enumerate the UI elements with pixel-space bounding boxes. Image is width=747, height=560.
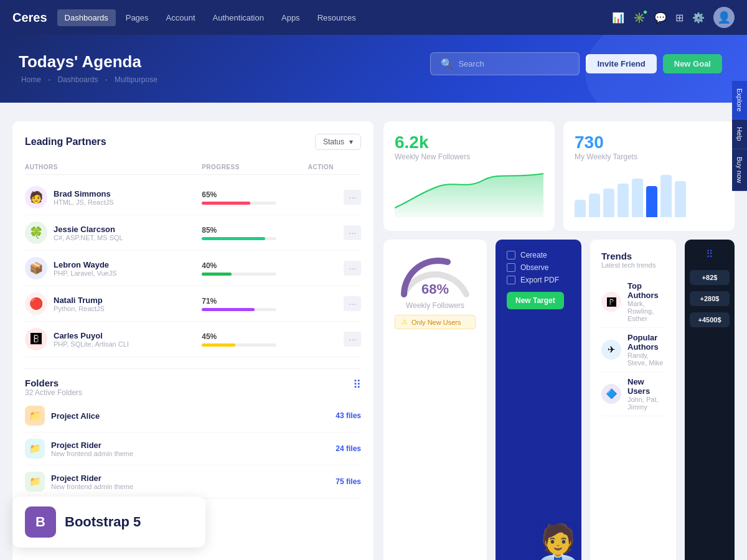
targets-chart [575, 167, 723, 217]
dark-stat: +4500$ [690, 312, 730, 327]
leading-partners-title: Leading Partners [25, 136, 106, 147]
author-name: Lebron Wayde [54, 260, 117, 269]
page-title: Todays' Agenda [19, 52, 728, 72]
list-item: ✈ Popular Authors Randy, Steve, Mike [601, 328, 665, 372]
bar [632, 179, 643, 217]
action-menu-button[interactable]: ··· [344, 261, 361, 276]
folders-menu-icon[interactable]: ⠿ [353, 378, 361, 391]
hero-actions: 🔍 Invite Friend New Goal [430, 52, 722, 75]
main-content: Leading Partners Status ▾ AUTHORS PROGRE… [0, 103, 747, 560]
bottom-row: 68% Weekly Followers ⚠ Only New Users Ce… [383, 240, 735, 560]
trend-sub: Mark, Rowling, Esther [627, 300, 665, 322]
action-menu-button[interactable]: ··· [344, 190, 361, 205]
bar-highlight [646, 186, 657, 217]
col-progress: PROGRESS [202, 164, 308, 170]
action-menu-button[interactable]: ··· [344, 332, 361, 347]
breadcrumb: Home - Dashboards - Multipurpose [19, 75, 728, 84]
bar [618, 184, 629, 217]
trend-name: Popular Authors [627, 333, 665, 352]
list-item: 📁 Project Rider New frontend admin theme… [25, 432, 361, 465]
progress-value: 40% [202, 261, 308, 270]
folder-name: Project Rider [51, 474, 133, 483]
progress-bar [202, 273, 276, 276]
action-menu-button[interactable]: ··· [344, 225, 361, 240]
progress-bar [202, 237, 276, 240]
target-checkbox[interactable] [507, 276, 515, 284]
search-input[interactable] [458, 59, 569, 68]
nav-account[interactable]: Account [159, 9, 203, 26]
nav-authentication[interactable]: Authentication [205, 9, 271, 26]
settings-icon[interactable]: ⚙️ [692, 12, 705, 24]
warning-icon: ⚠ [402, 318, 408, 326]
invite-friend-button[interactable]: Invite Friend [586, 54, 656, 73]
side-tabs: Explore Help Buy now [732, 81, 747, 191]
trends-subtitle: Latest tech trends [601, 261, 665, 269]
dark-stat: +82$ [690, 270, 730, 285]
nav-dashboards[interactable]: Dashboards [57, 9, 116, 26]
leading-partners-header: Leading Partners Status ▾ [25, 134, 361, 150]
trend-name: New Users [627, 377, 665, 396]
folder-icon: 📁 [25, 439, 45, 459]
avatar: 🅱 [25, 328, 47, 350]
list-item: 🔷 New Users John, Pat, Jimmy [601, 372, 665, 416]
followers-number: 6.2k [395, 133, 543, 152]
chat-icon[interactable]: 💬 [654, 12, 667, 24]
target-actions-card: Cereate Observe Export PDF New Target 🧑‍… [496, 240, 581, 560]
bootstrap-letter: B [35, 514, 45, 530]
new-target-button[interactable]: New Target [507, 292, 564, 309]
table-row: 🍀 Jessie Clarcson C#, ASP.NET, MS SQL 85… [25, 215, 361, 251]
author-skills: PHP, SQLite, Artisan CLI [54, 340, 129, 348]
target-label: Export PDF [520, 276, 559, 284]
avatar: 🔴 [25, 292, 47, 315]
avatar: 📦 [25, 257, 47, 279]
chart-icon[interactable]: 📊 [612, 12, 624, 24]
buy-now-tab[interactable]: Buy now [732, 149, 747, 191]
new-goal-button[interactable]: New Goal [663, 54, 722, 73]
nav-resources[interactable]: Resources [310, 9, 364, 26]
avatar[interactable]: 👤 [713, 7, 735, 28]
table-row: 🔴 Natali Trump Python, ReactJS 71% ··· [25, 286, 361, 322]
sparkle-icon[interactable]: ✳️ [633, 12, 646, 24]
nav-apps[interactable]: Apps [274, 9, 308, 26]
followers-label: Weekly New Followers [395, 152, 543, 161]
trends-title: Trends [601, 251, 665, 261]
nav-pages[interactable]: Pages [118, 9, 156, 26]
trend-sub: John, Pat, Jimmy [627, 396, 665, 411]
action-menu-button[interactable]: ··· [344, 296, 361, 311]
chevron-down-icon: ▾ [349, 138, 353, 146]
gauge-value: 68% [421, 281, 449, 297]
search-box[interactable]: 🔍 [430, 52, 580, 75]
progress-value: 71% [202, 297, 308, 306]
panel-menu-icon[interactable]: ⠿ [706, 248, 713, 260]
progress-bar [202, 202, 276, 205]
target-item: Export PDF [507, 276, 570, 284]
explore-tab[interactable]: Explore [732, 81, 747, 119]
author-skills: Python, ReactJS [54, 305, 105, 312]
target-checkbox[interactable] [507, 251, 515, 259]
trend-icon: ✈ [601, 340, 621, 360]
target-figure: 🧑‍💼 [535, 521, 581, 560]
trend-icon: 🔷 [601, 384, 621, 404]
navbar: Ceres Dashboards Pages Account Authentic… [0, 0, 747, 35]
table-row: 🅱 Carles Puyol PHP, SQLite, Artisan CLI … [25, 322, 361, 357]
trends-card: Trends Latest tech trends 🅿 Top Authors … [590, 240, 676, 560]
targets-label: My Weekly Targets [575, 152, 723, 161]
list-item: 🅿 Top Authors Mark, Rowling, Esther [601, 276, 665, 328]
bar [589, 194, 600, 217]
nav-icons: 📊 ✳️ 💬 ⊞ ⚙️ 👤 [612, 7, 735, 28]
trend-name: Top Authors [627, 281, 665, 300]
progress-value: 45% [202, 332, 308, 341]
breadcrumb-home: Home [21, 75, 41, 84]
gauge-wrap: 68% [395, 251, 476, 297]
folder-subtitle: New frontend admin theme [51, 483, 133, 490]
trend-sub: Randy, Steve, Mike [627, 352, 665, 366]
apps-icon[interactable]: ⊞ [675, 12, 684, 24]
progress-bar [202, 343, 276, 347]
col-authors: AUTHORS [25, 164, 202, 170]
status-dropdown[interactable]: Status ▾ [315, 134, 361, 150]
folder-icon: 📁 [25, 472, 45, 492]
help-tab[interactable]: Help [732, 119, 747, 149]
progress-bar [202, 308, 276, 311]
target-checkbox[interactable] [507, 263, 515, 272]
followers-card: 6.2k Weekly New Followers [383, 121, 555, 231]
